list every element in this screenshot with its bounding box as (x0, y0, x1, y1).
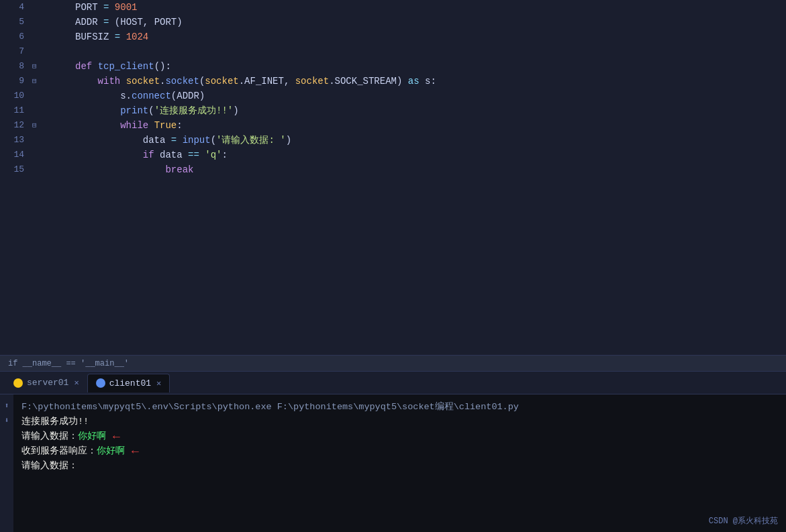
line-numbers: 4 5 6 7 8 9 10 11 12 13 14 15 16 17 18 1… (0, 0, 32, 178)
server-tab-label: server01 (27, 378, 68, 388)
code-line-7 (75, 44, 786, 59)
terminal-response-value: 你好啊 (97, 444, 125, 459)
terminal-content[interactable]: F:\pythonitems\mypyqt5\.env\Scripts\pyth… (13, 394, 786, 532)
code-container: 4 5 6 7 8 9 10 11 12 13 14 15 16 17 18 1… (0, 0, 786, 178)
terminal-input-line: 请输入数据： 你好啊 ← (21, 429, 778, 444)
code-line-15: break (75, 162, 786, 177)
editor-empty-space (0, 178, 786, 356)
code-line-9: with socket.socket(socket.AF_INET, socke… (75, 74, 786, 89)
status-bar: if __name__ == '__main__' (0, 355, 786, 371)
client-tab-label: client01 (109, 378, 151, 388)
terminal-response-line: 收到服务器响应： 你好啊 ← (21, 444, 778, 459)
server-tab-close[interactable]: ✕ (74, 378, 79, 388)
debug-gutter: ● (59, 0, 72, 178)
client-tab-icon (96, 378, 105, 388)
terminal-cmd-line: F:\pythonitems\mypyqt5\.env\Scripts\pyth… (21, 400, 778, 415)
code-line-12: while True: (75, 118, 786, 133)
terminal-body: ⬆ ⬇ F:\pythonitems\mypyqt5\.env\Scripts\… (0, 394, 786, 532)
code-line-10: s.connect(ADDR) (75, 89, 786, 103)
terminal-tab-client01[interactable]: client01 ✕ (87, 374, 170, 392)
breadcrumb-text: if __name__ == '__main__' (8, 359, 129, 368)
terminal-area: server01 ✕ client01 ✕ ⬆ ⬇ F:\pythonitems… (0, 371, 786, 532)
code-line-5: ADDR = (HOST, PORT) (75, 15, 786, 30)
code-line-11: print('连接服务成功!!') (75, 103, 786, 118)
terminal-connect-line: 连接服务成功!! (21, 415, 778, 429)
editor-area: 4 5 6 7 8 9 10 11 12 13 14 15 16 17 18 1… (0, 0, 786, 355)
terminal-tabs: server01 ✕ client01 ✕ (0, 372, 786, 394)
terminal-prompt-text: 请输入数据： (21, 459, 78, 474)
code-line-4: PORT = 9001 (75, 0, 786, 15)
terminal-tab-server01[interactable]: server01 ✕ (5, 374, 87, 392)
terminal-connect-text: 连接服务成功!! (21, 415, 89, 429)
code-line-14: if data == 'q': (75, 148, 786, 162)
code-line-8: def tcp_client(): (75, 59, 786, 74)
code-line-13: data = input('请输入数据: ') (75, 133, 786, 148)
terminal-cmd-text: F:\pythonitems\mypyqt5\.env\Scripts\pyth… (21, 400, 519, 415)
server-tab-icon (13, 378, 23, 388)
terminal-prompt-line: 请输入数据： (21, 459, 778, 474)
terminal-side-icon-1[interactable]: ⬆ (1, 400, 12, 411)
terminal-input-label: 请输入数据： (21, 429, 78, 444)
terminal-side-icons: ⬆ ⬇ (0, 394, 13, 532)
terminal-input-arrow: ← (113, 429, 120, 444)
terminal-response-arrow: ← (132, 444, 139, 459)
client-tab-close[interactable]: ✕ (156, 378, 161, 388)
terminal-response-label: 收到服务器响应： (21, 444, 97, 459)
terminal-side-icon-2[interactable]: ⬇ (1, 415, 12, 425)
run-gutter: ▶ (46, 0, 59, 178)
fold-gutter: ⊟ ⊟ ⊟ (32, 0, 46, 178)
code-lines[interactable]: PORT = 9001 ADDR = (HOST, PORT) BUFSIZ =… (72, 0, 786, 178)
code-line-6: BUFSIZ = 1024 (75, 30, 786, 44)
terminal-input-value: 你好啊 (78, 429, 106, 444)
